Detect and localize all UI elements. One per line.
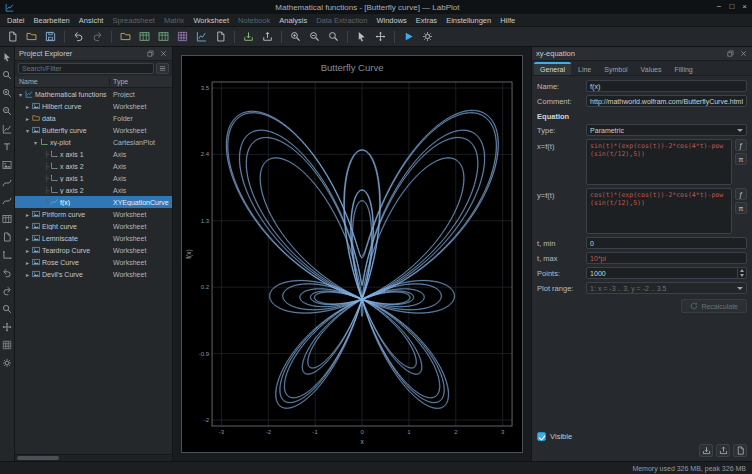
menu-item[interactable]: Spreadsheet [108,15,159,26]
zoom-x-select-button[interactable] [2,87,13,98]
tree-row[interactable]: ▾Mathematical functions Project [15,88,172,100]
zoom-fit-button[interactable] [2,303,13,314]
tree-row[interactable]: ├y axis 1 Axis [15,172,172,184]
name-field[interactable]: f(x) [586,80,747,92]
points-spinbox[interactable]: 1000 [586,267,747,279]
add-histogram-button[interactable] [2,213,13,224]
add-axis-button[interactable] [2,249,13,260]
expander-icon[interactable]: ▾ [24,127,31,134]
float-panel-button[interactable] [725,49,735,59]
tree-row[interactable]: ▾xy-plot CartesianPlot [15,136,172,148]
insert-constant-button[interactable]: π [735,202,747,214]
add-plot-button[interactable] [2,123,13,134]
new-spreadsheet-button[interactable] [155,29,172,45]
scrollbar-thumb[interactable] [17,456,59,460]
expander-icon[interactable]: ▸ [24,115,31,122]
menu-item[interactable]: Bearbeiten [30,15,74,26]
insert-function-button[interactable]: ƒ [735,139,747,151]
comment-field[interactable]: http://mathworld.wolfram.com/ButterflyCu… [586,95,747,107]
grid-settings-button[interactable] [2,339,13,350]
visible-checkbox[interactable] [537,432,546,441]
float-panel-button[interactable] [145,49,155,59]
menu-item[interactable]: Extras [412,15,441,26]
expander-icon[interactable]: ▸ [24,259,31,266]
tree-row[interactable]: ▸Eight curve Worksheet [15,220,172,232]
new-folder-button[interactable] [117,29,134,45]
insert-function-button[interactable]: ƒ [735,188,747,200]
select-mode-button[interactable] [353,29,370,45]
new-workbook-button[interactable] [136,29,153,45]
tmin-field[interactable]: 0 [586,237,747,249]
add-equation-curve-button[interactable] [2,195,13,206]
zoom-out-button[interactable] [306,29,323,45]
select-cursor-button[interactable] [2,51,13,62]
toolbox-configure-button[interactable] [2,357,13,368]
tree-row[interactable]: ▸Hilbert curve Worksheet [15,100,172,112]
properties-tab[interactable]: Line [572,62,597,75]
tree-row[interactable]: ├y axis 2 Axis [15,184,172,196]
shift-left-x-button[interactable] [2,267,13,278]
menu-item[interactable]: Data Extraction [312,15,371,26]
tree-row[interactable]: ├x axis 1 Axis [15,148,172,160]
redo-button[interactable] [89,29,106,45]
tree-row[interactable]: ├x axis 2 Axis [15,160,172,172]
add-curve-button[interactable] [2,177,13,188]
pan-mode-button[interactable] [372,29,389,45]
save-project-button[interactable] [42,29,59,45]
undo-button[interactable] [70,29,87,45]
new-project-button[interactable] [4,29,21,45]
expander-icon[interactable]: ▸ [24,271,31,278]
tree-row[interactable]: ▾Butterfly curve Worksheet [15,124,172,136]
tmax-field[interactable]: 10*pi [586,252,747,264]
shift-right-x-button[interactable] [2,285,13,296]
tree-row[interactable]: ▸Piriform curve Worksheet [15,208,172,220]
zoom-y-select-button[interactable] [2,105,13,116]
insert-constant-button[interactable]: π [735,153,747,165]
expander-icon[interactable]: ▸ [24,103,31,110]
menu-item[interactable]: Matrix [160,15,188,26]
close-icon[interactable]: × [742,0,747,14]
worksheet-page[interactable]: -3-2-101233.52.41.30.2-0.9-2xf(x)Butterf… [181,55,523,453]
menu-item[interactable]: Hilfe [496,15,519,26]
spin-down-button[interactable] [738,273,746,278]
save-template-button[interactable] [716,444,730,457]
zoom-fit-button[interactable] [325,29,342,45]
expander-icon[interactable]: ▸ [24,235,31,242]
x-equation-input[interactable]: sin(t)*(exp(cos(t))-2*cos(4*t)-pow(sin(t… [586,139,732,185]
properties-tab[interactable]: General [534,62,571,75]
add-image-button[interactable] [2,159,13,170]
open-project-button[interactable] [23,29,40,45]
copy-settings-button[interactable] [733,444,747,457]
column-type[interactable]: Type [110,78,172,85]
minimize-icon[interactable]: − [717,0,722,14]
menu-item[interactable]: Ansicht [75,15,108,26]
menu-item[interactable]: Einstellungen [442,15,495,26]
tree-row[interactable]: ▸Devil's Curve Worksheet [15,268,172,280]
menu-item[interactable]: Worksheet [189,15,233,26]
add-legend-button[interactable] [2,231,13,242]
new-notebook-button[interactable] [212,29,229,45]
expander-icon[interactable]: ▾ [17,91,24,98]
load-template-button[interactable] [699,444,713,457]
tree-row[interactable]: ▸Lemniscate Worksheet [15,232,172,244]
y-equation-input[interactable]: cos(t)*(exp(cos(t))-2*cos(4*t)-pow(sin(t… [586,188,732,234]
configure-button[interactable] [419,29,436,45]
zoom-in-button[interactable] [287,29,304,45]
tree-row[interactable]: ▸Rose Curve Worksheet [15,256,172,268]
expander-icon[interactable]: ▸ [24,247,31,254]
export-button[interactable] [259,29,276,45]
zoom-select-button[interactable] [2,69,13,80]
horizontal-scrollbar[interactable] [15,454,172,461]
tree-row[interactable]: └f(x) XYEquationCurve [15,196,172,208]
close-panel-button[interactable] [738,49,748,59]
properties-tab[interactable]: Symbol [598,62,633,75]
import-file-button[interactable] [240,29,257,45]
menu-item[interactable]: Windows [372,15,410,26]
expander-icon[interactable]: ▸ [24,223,31,230]
maximize-icon[interactable]: □ [729,0,734,14]
expander-icon[interactable]: ▾ [32,139,39,146]
add-text-label-button[interactable] [2,141,13,152]
properties-tab[interactable]: Filling [668,62,698,75]
new-matrix-button[interactable] [174,29,191,45]
properties-tab[interactable]: Values [635,62,668,75]
